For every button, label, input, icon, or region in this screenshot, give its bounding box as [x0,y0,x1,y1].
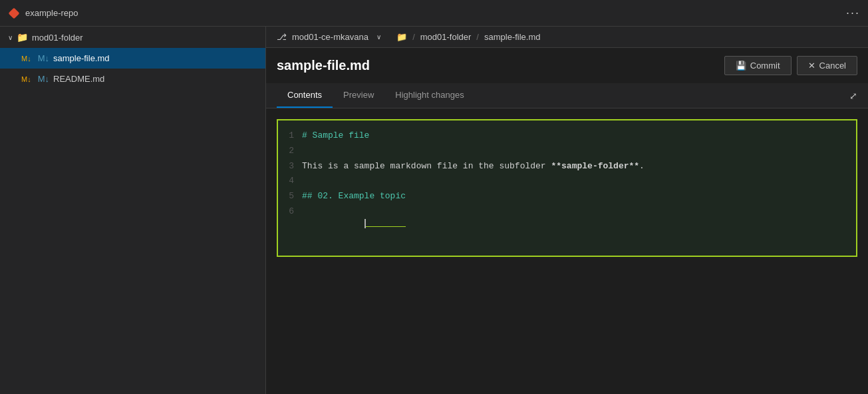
tab-contents[interactable]: Contents [277,83,333,108]
breadcrumb-folder-icon: 📁 [396,32,407,42]
code-line-5: 5 ## 02. Example topic [278,189,856,204]
file-title: sample-file.md [277,58,724,73]
line-num-1: 1 [278,129,302,143]
chevron-down-icon: ∨ [8,34,13,41]
tab-preview[interactable]: Preview [333,83,384,108]
expand-icon[interactable]: ⤢ [849,91,857,101]
code-line-2: 2 [278,144,856,159]
repo-name: example-repo [25,8,78,18]
tab-highlight-changes[interactable]: Highlight changes [384,83,474,108]
breadcrumb-folder: mod01-folder [420,32,472,42]
file-badge-2: M↓ [21,75,31,83]
line-num-4: 4 [278,174,302,188]
line-num-5: 5 [278,190,302,204]
tab-preview-label: Preview [343,90,374,100]
line-content-1: # Sample file [302,129,369,143]
markdown-icon-1: M↓ [38,53,49,63]
tabs-bar: Contents Preview Highlight changes ⤢ [266,83,868,108]
line-num-6: 6 [278,205,302,219]
sidebar: ∨ 📁 mod01-folder M↓ M↓ sample-file.md M↓… [0,27,266,394]
breadcrumb-file: sample-file.md [484,32,541,42]
top-bar: example-repo ··· [0,0,868,27]
branch-chevron-icon[interactable]: ∨ [376,33,381,41]
sidebar-folder-name: mod01-folder [32,33,83,43]
code-line-6: 6 [278,204,856,248]
editor-wrapper[interactable]: 1 # Sample file 2 3 This is a sample mar… [266,108,868,394]
file-badge-1: M↓ [21,55,31,63]
line-num-3: 3 [278,160,302,174]
sidebar-item-readme[interactable]: M↓ M↓ README.md [0,69,265,89]
sidebar-file-name-2: README.md [53,74,104,84]
close-icon: ✕ [808,61,815,71]
line-content-5: ## 02. Example topic [302,190,406,204]
line-num-2: 2 [278,144,302,158]
line-content-3: This is a sample markdown file in the su… [302,160,645,174]
folder-icon: 📁 [17,32,28,43]
save-icon: 💾 [736,61,746,71]
breadcrumb-sep-3: / [476,32,479,42]
tab-highlight-changes-label: Highlight changes [395,90,464,100]
sidebar-folder[interactable]: ∨ 📁 mod01-folder [0,27,265,48]
cancel-button[interactable]: ✕ Cancel [797,56,857,75]
bold-text: **sample-folder** [551,161,639,171]
breadcrumb-sep-2: / [412,32,415,42]
svg-rect-0 [9,7,20,19]
cursor-container [364,219,406,228]
main-layout: ∨ 📁 mod01-folder M↓ M↓ sample-file.md M↓… [0,27,868,394]
tab-contents-label: Contents [287,90,322,100]
sidebar-file-name-1: sample-file.md [53,53,110,63]
breadcrumb: ⎇ mod01-ce-mkavana ∨ 📁 / mod01-folder / … [266,27,868,48]
breadcrumb-sep-1 [386,32,391,42]
branch-name: mod01-ce-mkavana [292,32,368,42]
file-title-bar: sample-file.md 💾 Commit ✕ Cancel [266,48,868,83]
commit-button[interactable]: 💾 Commit [724,56,792,75]
cancel-label: Cancel [819,61,846,71]
sidebar-item-sample-file[interactable]: M↓ M↓ sample-file.md [0,48,265,69]
code-line-1: 1 # Sample file [278,128,856,144]
cursor-underline [366,226,406,227]
code-line-3: 3 This is a sample markdown file in the … [278,159,856,174]
repo-icon [8,7,20,19]
branch-icon: ⎇ [277,32,287,42]
commit-label: Commit [750,61,780,71]
markdown-icon-2: M↓ [38,74,49,84]
line-content-6 [302,205,406,247]
editor-box[interactable]: 1 # Sample file 2 3 This is a sample mar… [277,119,857,257]
code-line-4: 4 [278,174,856,189]
more-options-button[interactable]: ··· [846,6,860,20]
content-area: ⎇ mod01-ce-mkavana ∨ 📁 / mod01-folder / … [266,27,868,394]
